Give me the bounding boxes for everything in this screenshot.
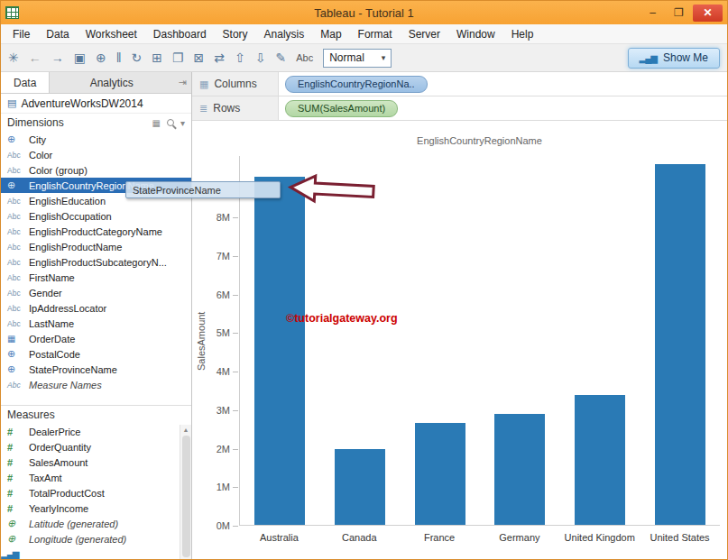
y-tick-label: 7M [217, 251, 230, 262]
x-axis-label: France [400, 532, 480, 543]
x-axis-labels: AustraliaCanadaFranceGermanyUnited Kingd… [239, 532, 720, 543]
sheet-area: ▦ Columns EnglishCountryRegionNa.. ≣ Row… [192, 72, 727, 559]
annotation-arrow-icon [287, 170, 377, 207]
bar-canada[interactable] [335, 449, 385, 525]
y-tick-label: 3M [217, 405, 230, 416]
watermark-text: ©tutorialgateway.org [286, 312, 398, 325]
y-tick-label: 2M [217, 444, 230, 454]
x-axis-label: United Kingdom [559, 532, 640, 543]
minimize-button[interactable]: – [640, 5, 665, 22]
number-icon: # [7, 503, 29, 514]
bar-slot [400, 156, 480, 525]
bar-slot [560, 156, 640, 525]
field-label: TaxAmt [29, 473, 62, 483]
y-tick-label: 5M [217, 327, 230, 338]
bar-united-kingdom[interactable] [575, 395, 625, 525]
measure-item[interactable]: #TaxAmt [1, 470, 191, 485]
globe-icon: ⊕ [7, 533, 29, 545]
field-label: TotalProductCost [29, 488, 105, 499]
globe-icon: ⊕ [7, 518, 29, 529]
bar-united-states[interactable] [655, 164, 705, 525]
bar-slot [320, 156, 401, 525]
bar-australia[interactable] [254, 177, 305, 525]
y-tick-label: 6M [217, 289, 230, 300]
bar-germany[interactable] [494, 414, 545, 525]
y-axis-ticks: 0M1M2M3M4M5M6M7M8M [192, 156, 239, 526]
field-label: DealerPrice [29, 427, 80, 437]
measure-item[interactable]: ⊕Latitude (generated) [1, 516, 191, 531]
measure-item[interactable]: #SalesAmount [1, 454, 191, 470]
chart-title: EnglishCountryRegionName [239, 135, 720, 146]
measure-item[interactable]: #YearlyIncome [1, 500, 191, 516]
bar-slot [240, 156, 320, 525]
number-icon: # [7, 427, 29, 437]
field-label: SalesAmount [29, 457, 88, 468]
plot-area [239, 156, 720, 526]
number-icon: # [7, 457, 29, 468]
search-icon[interactable] [167, 119, 174, 126]
maximize-button[interactable]: ❐ [667, 5, 691, 22]
measures-section: Measures #DealerPrice #OrderQuantity #Sa… [1, 405, 191, 559]
tableau-window: Tableau - Tutorial 1 – ❐ ✕ File Data Wor… [0, 0, 728, 560]
measure-item[interactable]: #TotalProductCost [1, 485, 191, 500]
measures-title: Measures [7, 409, 55, 421]
measures-header: Measures [1, 406, 191, 424]
number-icon: # [7, 488, 29, 499]
scrollbar-thumb[interactable] [182, 436, 190, 557]
number-icon: # [7, 473, 29, 483]
y-tick-label: 0M [217, 520, 230, 531]
bar-france[interactable] [415, 423, 465, 525]
bar-slot [480, 156, 560, 525]
field-label: YearlyIncome [29, 503, 88, 514]
plot-bars [240, 156, 720, 525]
window-controls: – ❐ ✕ [640, 5, 723, 22]
scroll-up-icon[interactable]: ▲ [183, 425, 189, 433]
field-label: Latitude (generated) [29, 519, 118, 529]
field-label: Longitude (generated) [29, 534, 126, 545]
measure-item[interactable]: #OrderQuantity [1, 439, 191, 454]
x-axis-label: United States [640, 532, 720, 543]
toolbar: ✳ ← → ▣ ⊕ ‖ ↻ ⊞ ❐ ⊠ ⇄ ⇧ ⇩ ✎ Abc ▂▄▆ Norm… [1, 44, 727, 72]
number-icon: # [7, 442, 29, 453]
x-axis-label: Canada [319, 532, 400, 543]
y-tick-label: 4M [217, 366, 230, 377]
drag-ghost-pill: StateProvinceName [125, 181, 281, 198]
y-tick-label: 8M [217, 212, 230, 223]
x-axis-label: Australia [239, 532, 319, 543]
bar-slot [640, 156, 720, 525]
measure-item[interactable]: #DealerPrice [1, 424, 191, 439]
x-axis-label: Germany [479, 532, 559, 543]
field-label: OrderQuantity [29, 442, 91, 453]
close-button[interactable]: ✕ [693, 5, 723, 22]
measure-item[interactable]: ⊕Longitude (generated) [1, 531, 191, 546]
measures-scrollbar[interactable]: ▲ [180, 425, 191, 559]
y-tick-label: 1M [217, 482, 230, 492]
